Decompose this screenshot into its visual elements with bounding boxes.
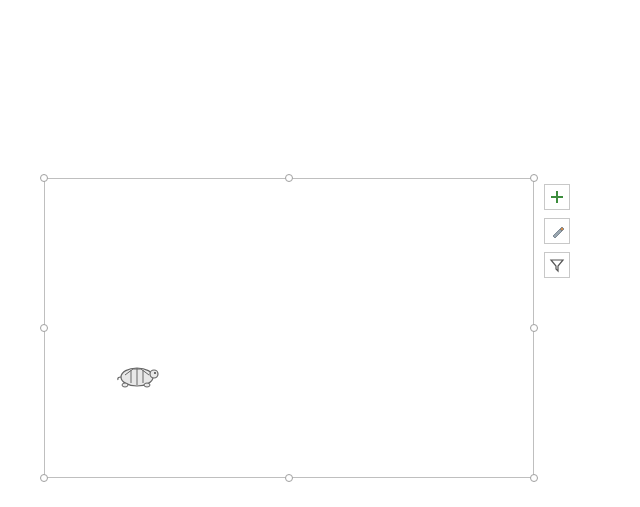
svg-point-7	[144, 383, 150, 387]
svg-point-4	[150, 370, 158, 378]
chart-handle-e[interactable]	[530, 324, 538, 332]
funnel-icon	[549, 257, 565, 273]
chart-elements-button[interactable]	[544, 184, 570, 210]
brush-icon	[549, 223, 565, 239]
chart-handle-s[interactable]	[285, 474, 293, 482]
chart-container[interactable]	[44, 178, 534, 478]
chart-handle-sw[interactable]	[40, 474, 48, 482]
turtle-image-marker[interactable]	[113, 359, 161, 391]
chart-side-tools	[544, 184, 570, 278]
chart-styles-button[interactable]	[544, 218, 570, 244]
chart-handle-ne[interactable]	[530, 174, 538, 182]
chart-handle-nw[interactable]	[40, 174, 48, 182]
chart-handle-n[interactable]	[285, 174, 293, 182]
chart-plot-area[interactable]	[85, 215, 519, 449]
svg-point-6	[122, 383, 128, 387]
chart-handle-se[interactable]	[530, 474, 538, 482]
chart-handle-w[interactable]	[40, 324, 48, 332]
plus-icon	[549, 189, 565, 205]
spreadsheet	[0, 0, 640, 18]
svg-point-5	[154, 372, 156, 374]
chart-filters-button[interactable]	[544, 252, 570, 278]
